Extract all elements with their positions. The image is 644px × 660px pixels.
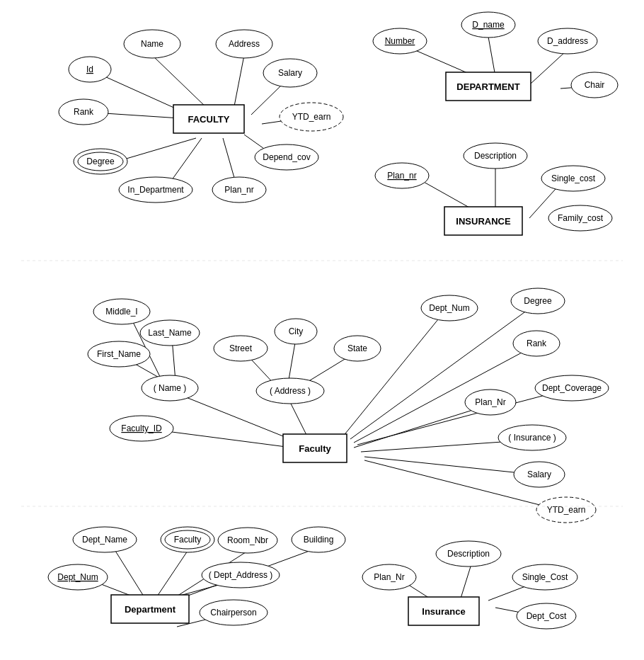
svg-text:Street: Street [229,343,253,353]
svg-text:Rank: Rank [527,338,547,348]
svg-text:Address: Address [229,39,260,49]
svg-text:Last_Name: Last_Name [148,328,192,338]
er-diagram-svg: FACULTY Name Address Salary Id Rank YTD_… [0,0,644,660]
svg-text:Middle_I: Middle_I [105,307,137,317]
svg-line-29 [418,178,476,211]
svg-text:YTD_earn: YTD_earn [292,112,331,122]
svg-text:City: City [289,326,304,336]
svg-text:( Dept_Address ): ( Dept_Address ) [209,570,273,580]
svg-line-45 [361,440,522,452]
svg-text:Dept_Coverage: Dept_Coverage [542,383,602,393]
svg-text:Chair: Chair [585,80,605,90]
svg-text:Insurance: Insurance [422,606,465,617]
svg-text:( Address ): ( Address ) [270,386,311,396]
svg-line-2 [251,84,283,115]
faculty-label: FACULTY [188,114,230,125]
svg-text:Single_Cost: Single_Cost [522,572,568,582]
svg-line-6 [117,138,196,161]
svg-text:Dept_Num: Dept_Num [429,303,469,313]
svg-text:In_Department: In_Department [127,185,184,195]
svg-text:State: State [347,343,367,353]
svg-text:Description: Description [474,151,517,161]
svg-text:D_name: D_name [472,20,505,30]
svg-text:Dept_Num: Dept_Num [57,572,98,582]
svg-line-53 [288,338,296,384]
svg-text:Single_cost: Single_cost [551,173,596,183]
svg-text:Rank: Rank [74,107,94,117]
svg-line-89 [460,567,471,601]
svg-text:Room_Nbr: Room_Nbr [227,535,268,545]
svg-text:Chairperson: Chairperson [210,608,256,618]
svg-line-44 [354,405,488,448]
svg-line-20 [488,37,495,76]
svg-text:Dept_Cost: Dept_Cost [527,611,567,621]
svg-text:Department: Department [125,604,176,615]
svg-text:Dept_Name: Dept_Name [82,535,127,545]
svg-text:Number: Number [385,36,415,46]
svg-line-73 [156,551,188,598]
svg-text:Plan_nr: Plan_nr [387,171,416,181]
svg-text:First_Name: First_Name [97,349,141,359]
svg-line-41 [340,312,444,440]
svg-text:Depend_cov: Depend_cov [263,152,310,162]
svg-text:( Insurance ): ( Insurance ) [508,433,556,443]
svg-line-46 [364,457,534,474]
svg-text:INSURANCE: INSURANCE [456,216,511,227]
svg-text:Faculty_ID: Faculty_ID [121,423,162,433]
svg-text:DEPARTMENT: DEPARTMENT [456,81,519,92]
svg-text:Salary: Salary [278,68,302,78]
svg-text:Faculty: Faculty [299,443,331,454]
svg-text:Name: Name [141,39,163,49]
diagram-container: FACULTY Name Address Salary Id Rank YTD_… [0,0,644,660]
svg-text:Plan_Nr: Plan_Nr [374,572,404,582]
svg-text:Faculty: Faculty [174,535,202,545]
svg-text:Id: Id [86,64,93,74]
svg-text:Plan_Nr: Plan_Nr [475,397,505,407]
svg-text:Degree: Degree [524,296,552,306]
svg-text:D_address: D_address [547,36,588,46]
svg-text:Plan_nr: Plan_nr [224,185,253,195]
svg-text:Degree: Degree [86,157,115,166]
svg-line-1 [234,55,244,110]
svg-line-22 [531,51,566,84]
svg-text:Building: Building [304,535,334,545]
svg-line-42 [350,307,532,439]
svg-text:Description: Description [447,549,490,559]
svg-text:Family_cost: Family_cost [558,213,604,223]
svg-text:Salary: Salary [527,470,551,479]
svg-text:( Name ): ( Name ) [154,383,187,393]
